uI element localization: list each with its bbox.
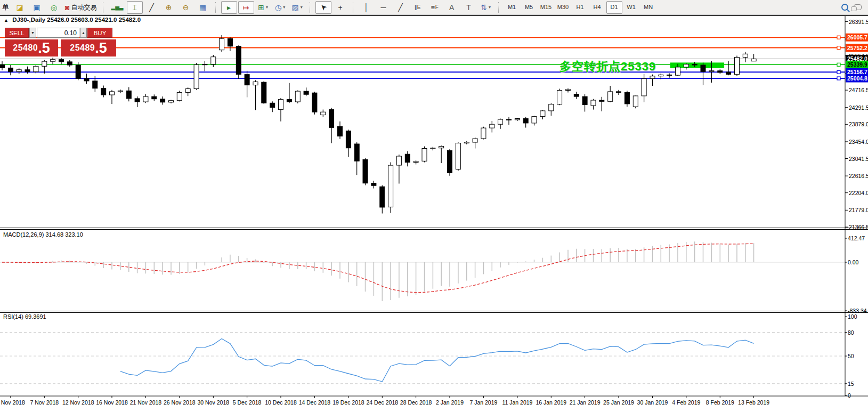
indicators-icon[interactable]: ⊞▾	[255, 1, 271, 14]
candle	[211, 55, 216, 67]
buy-button[interactable]: BUY	[87, 28, 112, 38]
sell-price-button[interactable]: 25480.5	[5, 39, 58, 56]
text-icon[interactable]: A	[444, 1, 460, 14]
timeframe-H1-button[interactable]: H1	[572, 1, 588, 14]
chat-icon[interactable]	[854, 4, 862, 10]
candle	[515, 118, 520, 121]
bar-chart-icon[interactable]: ▂▅▃	[109, 1, 125, 14]
candle	[118, 90, 123, 93]
vertical-line-icon[interactable]: │	[359, 1, 375, 14]
candle	[388, 163, 393, 213]
chart-shift-icon[interactable]: ↦	[238, 1, 254, 14]
zoom-out-icon[interactable]: ⊖	[178, 1, 194, 14]
candle	[160, 96, 165, 104]
svg-text:22204.0: 22204.0	[849, 190, 868, 196]
timeframe-M30-button[interactable]: M30	[555, 1, 571, 14]
candlestick-chart-icon[interactable]: ⌶	[127, 1, 143, 14]
autotrading-button[interactable]: ◙自动交易	[63, 1, 99, 14]
candle	[236, 45, 241, 79]
candle	[481, 127, 486, 140]
candle	[456, 142, 460, 171]
one-click-trading-panel: SELL ▼ ▲ BUY 25480.5 25489.5	[5, 28, 118, 56]
pivot-annotation-text: 多空转折点25339	[559, 59, 656, 75]
timeframe-W1-button[interactable]: W1	[623, 1, 639, 14]
fibonacci-icon[interactable]: ≣F	[427, 1, 443, 14]
svg-text:23041.5: 23041.5	[849, 156, 868, 162]
candle	[743, 52, 748, 62]
crosshair-icon[interactable]: +	[332, 1, 348, 14]
candle	[169, 100, 174, 103]
svg-text:13 Feb 2019: 13 Feb 2019	[738, 399, 769, 406]
rsi-axis[interactable]: 1008050150	[845, 313, 857, 399]
timeframe-M1-button[interactable]: M1	[504, 1, 520, 14]
sell-button[interactable]: SELL	[5, 28, 29, 38]
new-order-text[interactable]: 单	[2, 3, 9, 12]
candle	[726, 61, 731, 75]
collapse-icon[interactable]: ▲	[4, 18, 9, 23]
candle	[126, 87, 131, 101]
toolbar-separator	[498, 2, 501, 13]
svg-text:25004.8: 25004.8	[847, 75, 867, 82]
timeframe-M15-button[interactable]: M15	[538, 1, 554, 14]
candle	[574, 92, 579, 99]
autotrading-label: 自动交易	[71, 4, 96, 11]
timeframe-H4-button[interactable]: H4	[589, 1, 605, 14]
candle	[0, 61, 5, 70]
trendline-icon[interactable]: ╱	[393, 1, 409, 14]
svg-text:16 Jan 2019: 16 Jan 2019	[536, 399, 566, 406]
line-chart-icon[interactable]: ╱	[144, 1, 160, 14]
svg-text:26391.5: 26391.5	[849, 19, 868, 25]
volume-increase-button[interactable]: ▲	[80, 28, 87, 38]
zoom-in-icon[interactable]: ⊕	[161, 1, 177, 14]
toolbar-separator	[353, 2, 355, 13]
rsi-line	[120, 339, 754, 382]
candle	[338, 122, 343, 139]
candle	[608, 86, 613, 102]
candle	[329, 108, 334, 143]
periods-icon[interactable]: ◷▾	[272, 1, 288, 14]
candle	[396, 155, 401, 183]
svg-text:26005.7: 26005.7	[847, 34, 867, 41]
dropdown-caret-icon[interactable]: ▾	[489, 5, 491, 10]
volume-decrease-button[interactable]: ▼	[29, 28, 36, 38]
search-icon[interactable]	[841, 4, 848, 11]
templates-icon[interactable]: ▨▾	[289, 1, 305, 14]
market-watch-icon[interactable]: ▣	[29, 1, 45, 14]
timeframe-MN-button[interactable]: MN	[640, 1, 656, 14]
timeframe-D1-button[interactable]: D1	[606, 1, 622, 14]
price-lines	[0, 36, 845, 80]
shapes-icon[interactable]: ⇅▾	[478, 1, 494, 14]
textbox-icon[interactable]: T	[461, 1, 477, 14]
cursor-icon[interactable]: ➤	[315, 1, 331, 14]
dropdown-caret-icon[interactable]: ▾	[266, 5, 268, 10]
chart-canvas[interactable]: 26391.525966.525554.025129.024716.524291…	[0, 0, 868, 412]
candle	[549, 103, 554, 116]
candle	[431, 147, 435, 150]
candle	[143, 94, 148, 103]
candle	[751, 54, 756, 61]
svg-text:7 Jan 2019: 7 Jan 2019	[469, 399, 497, 406]
svg-text:50: 50	[848, 353, 854, 359]
macd-signal-line	[2, 244, 754, 292]
candle	[532, 116, 537, 125]
channel-icon[interactable]: ∥E	[410, 1, 426, 14]
signal-icon[interactable]: ◎	[46, 1, 62, 14]
svg-text:25339.9: 25339.9	[847, 61, 867, 68]
dropdown-caret-icon[interactable]: ▾	[301, 5, 303, 10]
svg-text:21 Nov 2018: 21 Nov 2018	[130, 399, 162, 406]
candle	[312, 92, 317, 115]
buy-price-button[interactable]: 25489.5	[61, 39, 116, 56]
candle	[304, 87, 309, 96]
timeframe-M5-button[interactable]: M5	[521, 1, 537, 14]
candle	[718, 69, 723, 74]
candle	[262, 81, 266, 104]
new-order-icon[interactable]: ◪	[12, 1, 28, 14]
auto-scroll-icon[interactable]: ▸	[221, 1, 237, 14]
dropdown-caret-icon[interactable]: ▾	[283, 5, 285, 10]
horizontal-line-icon[interactable]: ─	[376, 1, 392, 14]
candle	[228, 37, 232, 51]
tile-windows-icon[interactable]: ▦	[195, 1, 211, 14]
volume-input[interactable]	[37, 28, 79, 38]
macd-axis[interactable]: 412.470.00-833.34	[845, 235, 867, 314]
time-axis[interactable]: 2 Nov 20187 Nov 201812 Nov 201816 Nov 20…	[0, 396, 769, 406]
